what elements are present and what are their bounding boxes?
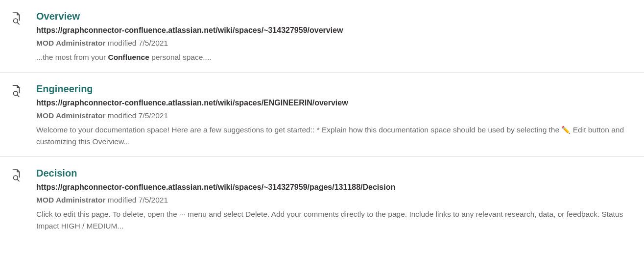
snippet-post: personal space.... [149, 53, 212, 61]
result-url[interactable]: https://graphconnector-confluence.atlass… [36, 183, 634, 192]
result-content: Overviewhttps://graphconnector-confluenc… [36, 11, 634, 63]
result-author: MOD Administrator [36, 111, 106, 120]
page-search-icon [10, 169, 23, 181]
snippet-pre: Click to edit this page. To delete, open… [36, 210, 623, 230]
svg-line-3 [17, 95, 19, 97]
result-snippet: ...the most from your Confluence persona… [36, 51, 634, 63]
result-modified-label: modified [108, 196, 137, 204]
result-title[interactable]: Engineering [36, 83, 93, 95]
result-title[interactable]: Overview [36, 11, 80, 22]
search-results-list: Overviewhttps://graphconnector-confluenc… [0, 0, 644, 241]
pencil-icon: ✏️ [561, 124, 571, 135]
result-modified-label: modified [108, 39, 137, 47]
snippet-highlight: Confluence [108, 53, 149, 61]
result-meta: MOD Administrator modified 7/5/2021 [36, 196, 634, 204]
search-result: Decisionhttps://graphconnector-confluenc… [0, 157, 644, 241]
result-content: Engineeringhttps://graphconnector-conflu… [36, 83, 634, 148]
result-modified-date: 7/5/2021 [139, 111, 168, 120]
result-url[interactable]: https://graphconnector-confluence.atlass… [36, 99, 634, 107]
svg-line-1 [17, 23, 19, 25]
result-content: Decisionhttps://graphconnector-confluenc… [36, 168, 634, 232]
result-meta: MOD Administrator modified 7/5/2021 [36, 111, 634, 120]
result-icon-col [10, 168, 36, 181]
svg-line-5 [17, 179, 19, 181]
snippet-pre: ...the most from your [36, 53, 108, 61]
result-icon-col [10, 83, 36, 97]
result-title[interactable]: Decision [36, 168, 77, 179]
result-modified-date: 7/5/2021 [139, 196, 168, 204]
result-modified-label: modified [108, 111, 137, 120]
snippet-pre: Welcome to your documentation space! Her… [36, 126, 561, 134]
result-modified-date: 7/5/2021 [139, 39, 168, 47]
result-snippet: Welcome to your documentation space! Her… [36, 124, 634, 148]
result-icon-col [10, 11, 36, 25]
search-result: Engineeringhttps://graphconnector-conflu… [0, 73, 644, 157]
result-meta: MOD Administrator modified 7/5/2021 [36, 39, 634, 48]
result-snippet: Click to edit this page. To delete, open… [36, 208, 634, 232]
result-author: MOD Administrator [36, 39, 106, 47]
result-url[interactable]: https://graphconnector-confluence.atlass… [36, 26, 634, 35]
result-author: MOD Administrator [36, 196, 106, 204]
page-search-icon [10, 84, 23, 97]
page-search-icon [10, 12, 23, 25]
search-result: Overviewhttps://graphconnector-confluenc… [0, 0, 644, 73]
